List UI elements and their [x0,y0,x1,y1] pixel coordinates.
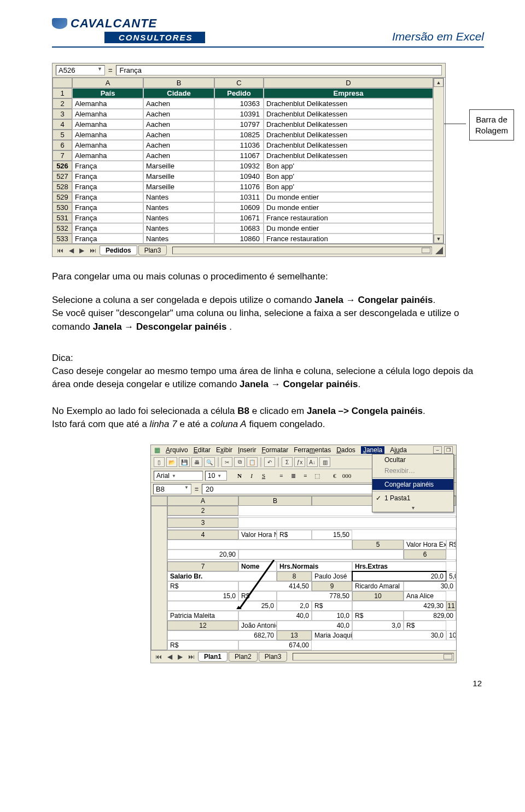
cut-icon[interactable]: ✂ [221,457,232,467]
menu-exibir[interactable]: Exibir [216,446,232,454]
minimize-icon[interactable]: – [433,446,442,454]
cell[interactable]: A [72,78,143,88]
menu-ajuda[interactable]: Ajuda [390,446,407,454]
sheet-tab-plan3b[interactable]: Plan3 [259,652,288,662]
cell[interactable]: Aachen [143,150,214,161]
cell[interactable]: 30,0 [404,581,456,591]
currency-icon[interactable]: € [330,471,340,480]
cell[interactable]: 674,00 [238,640,312,650]
tab-nav-prev-icon[interactable]: ◀ [67,247,76,254]
cell[interactable]: Hrs.Normais [277,562,352,571]
print-icon[interactable]: 🖶 [191,457,202,467]
cell[interactable]: 10 [352,591,404,601]
cell[interactable]: Nantes [143,202,214,213]
cell[interactable]: Alemanha [72,130,143,140]
cell[interactable]: 15,0 [167,591,238,601]
cell[interactable]: Drachenblut Delikatessen [264,140,433,150]
name-box-2[interactable]: B8 ▼ [153,484,191,494]
cell[interactable]: 10860 [214,233,264,244]
cell[interactable]: 526 [52,161,72,171]
cell[interactable]: A [167,496,238,506]
cell[interactable]: França [72,213,143,223]
align-center-icon[interactable]: ≣ [288,471,298,480]
cell[interactable]: R$ [167,581,238,591]
cell[interactable]: 10940 [214,171,264,182]
cell[interactable]: 10683 [214,223,264,233]
cell[interactable]: França [72,182,143,192]
cell[interactable]: Du monde entier [264,223,433,233]
cell[interactable]: França [72,202,143,213]
cell[interactable]: 5 [52,130,72,140]
cell[interactable]: Paulo José [312,571,352,581]
cell[interactable]: 528 [52,182,72,192]
cell[interactable]: França [72,171,143,182]
cell[interactable]: 778,50 [277,591,352,601]
cell[interactable]: 530 [52,202,72,213]
chart-icon[interactable]: ▥ [319,457,330,467]
cell[interactable]: 829,00 [404,611,456,621]
cell[interactable]: Valor Hora Normal [238,530,277,540]
cell[interactable]: Empresa [264,88,433,98]
menu-janela[interactable]: Janela [361,446,384,454]
cell[interactable]: 10311 [214,192,264,202]
merge-icon[interactable]: ⬚ [312,471,322,480]
bold-icon[interactable]: N [235,471,244,480]
cell[interactable] [238,550,404,559]
cell[interactable]: Drachenblut Delikatessen [264,150,433,161]
cell[interactable]: França [72,233,143,244]
cell[interactable]: Hrs.Extras [352,562,446,571]
cell[interactable]: 5,0 [446,571,456,581]
resize-handle-icon[interactable] [435,247,443,254]
cell[interactable]: 10932 [214,161,264,171]
cell[interactable]: R$ [404,621,446,630]
cell[interactable]: R$ [446,540,456,550]
cell[interactable]: 6 [404,550,446,559]
cell[interactable]: 20,90 [167,550,238,559]
formula-bar[interactable]: França [116,65,442,75]
cell[interactable]: 2,0 [277,601,312,611]
cell[interactable]: C [214,78,264,88]
cell[interactable]: Pedido [214,88,264,98]
cell[interactable]: Nantes [143,213,214,223]
cell[interactable]: Alemanha [72,150,143,161]
cell[interactable]: B [238,496,312,506]
cell[interactable]: 11067 [214,150,264,161]
align-right-icon[interactable]: ≡ [300,471,310,480]
cell[interactable]: 3,0 [352,621,404,630]
cell[interactable]: 11 [446,601,456,611]
cell[interactable]: France restauration [264,213,433,223]
function-icon[interactable]: ƒx [294,457,305,467]
cell[interactable]: Alemanha [72,140,143,150]
cell[interactable]: 10825 [214,130,264,140]
tab-nav-last-icon[interactable]: ⏭ [88,247,98,254]
name-box[interactable]: A526 ▼ [56,65,105,75]
thousands-icon[interactable]: 000 [342,471,352,480]
cell[interactable]: R$ [352,611,404,621]
cell[interactable]: 40,0 [277,621,352,630]
cell[interactable]: 2 [52,98,72,109]
restore-icon[interactable]: ❐ [444,446,453,454]
cell[interactable]: Alemanha [72,119,143,130]
tab-nav-last-icon[interactable]: ⏭ [186,653,197,661]
cell[interactable]: 1 [52,88,72,98]
cell[interactable]: 11076 [214,182,264,192]
tab-nav-first-icon[interactable]: ⏮ [153,653,164,661]
menu-inserir[interactable]: Inserir [238,446,256,454]
cell[interactable]: Aachen [143,140,214,150]
cell[interactable]: Aachen [143,109,214,119]
sum-icon[interactable]: Σ [282,457,293,467]
spreadsheet-grid[interactable]: ABCD▲▼1PaísCidadePedidoEmpresa2AlemanhaA… [52,78,445,244]
cell[interactable]: D [264,78,433,88]
cell[interactable]: 429,30 [352,601,446,611]
tab-nav-next-icon[interactable]: ▶ [176,653,185,661]
cell[interactable]: 11036 [214,140,264,150]
cell[interactable]: R$ [277,530,312,540]
cell[interactable]: Drachenblut Delikatessen [264,109,433,119]
cell[interactable]: 532 [52,223,72,233]
underline-icon[interactable]: S [259,471,269,480]
cell[interactable]: Aachen [143,130,214,140]
cell[interactable]: Marseille [143,171,214,182]
cell[interactable]: 4 [167,530,238,540]
cell[interactable]: Ana Alice [404,591,446,601]
cell[interactable]: 10363 [214,98,264,109]
